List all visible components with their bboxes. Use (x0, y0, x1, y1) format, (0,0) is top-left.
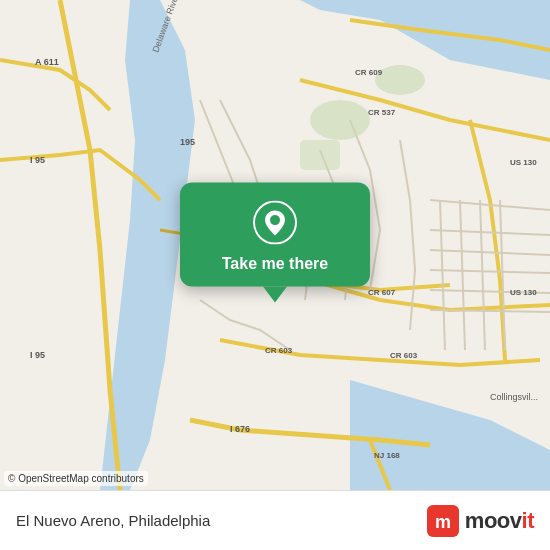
place-name: El Nuevo Areno, Philadelphia (16, 512, 210, 529)
map-attribution: © OpenStreetMap contributors (4, 471, 148, 486)
svg-point-5 (375, 65, 425, 95)
svg-rect-6 (300, 140, 340, 170)
svg-text:US 130: US 130 (510, 158, 537, 167)
moovit-logo-icon: m (427, 505, 459, 537)
svg-text:195: 195 (180, 137, 195, 147)
svg-text:CR 607: CR 607 (368, 288, 396, 297)
svg-text:A 611: A 611 (35, 57, 59, 67)
map-container: A 611 I 95 195 Delaware River CR 609 CR … (0, 0, 550, 490)
svg-text:US 130: US 130 (510, 288, 537, 297)
moovit-logo: m moovit (427, 505, 534, 537)
take-me-there-button[interactable]: Take me there (222, 255, 328, 273)
svg-text:CR 609: CR 609 (355, 68, 383, 77)
svg-text:I 676: I 676 (230, 424, 250, 434)
svg-text:NJ 168: NJ 168 (374, 451, 400, 460)
svg-text:CR 537: CR 537 (368, 108, 396, 117)
svg-point-4 (310, 100, 370, 140)
svg-text:CR 603: CR 603 (390, 351, 418, 360)
location-pin-icon (253, 201, 297, 245)
svg-text:m: m (435, 512, 451, 532)
bottom-bar: El Nuevo Areno, Philadelphia m moovit (0, 490, 550, 550)
svg-text:I 95: I 95 (30, 155, 45, 165)
moovit-text: moovit (465, 508, 534, 534)
svg-text:I 95: I 95 (30, 350, 45, 360)
svg-text:Collingsvil...: Collingsvil... (490, 392, 538, 402)
svg-text:CR 603: CR 603 (265, 346, 293, 355)
svg-point-24 (270, 215, 280, 225)
popup-card[interactable]: Take me there (180, 183, 370, 287)
